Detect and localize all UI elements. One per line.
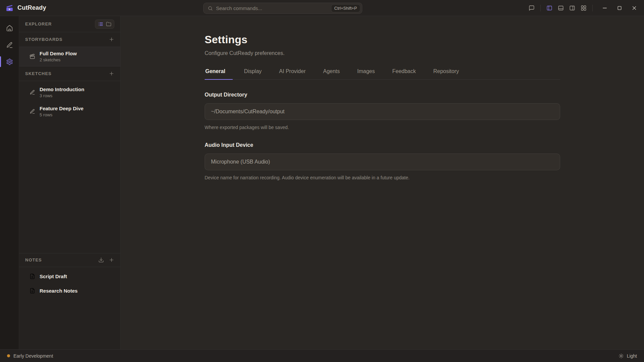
command-search[interactable]: Ctrl+Shift+P [203,3,362,14]
search-icon [208,6,213,11]
explorer-view-toggle [95,19,114,29]
list-view-button[interactable] [98,21,103,27]
output-directory-input[interactable] [205,103,560,120]
rail-settings-button[interactable] [0,55,19,68]
close-icon [631,5,637,11]
sketches-label: SKETCHES [25,71,52,76]
tab-feedback[interactable]: Feedback [386,68,422,79]
note-item-research-notes[interactable]: Research Notes [19,284,120,298]
search-input[interactable] [216,5,331,11]
titlebar-divider [540,5,541,11]
import-note-button[interactable] [98,257,104,263]
note-title: Script Draft [40,274,67,279]
app-body: EXPLORER STORYBOARDS [0,16,644,349]
output-directory-label: Output Directory [205,92,560,98]
layout-grid-icon [581,5,587,11]
notes-label: NOTES [25,257,42,262]
clapperboard-icon [30,54,35,59]
panel-right-icon [569,5,575,11]
audio-input-device-help: Device name for narration recording. Aud… [205,175,560,180]
titlebar-divider [592,5,593,11]
tab-ai-provider[interactable]: AI Provider [273,68,312,79]
add-sketch-button[interactable] [109,71,114,76]
pencil-icon [6,42,13,49]
audio-input-device-input[interactable] [205,154,560,170]
maximize-button[interactable] [614,2,625,14]
explorer-header: EXPLORER [19,16,120,32]
sketch-title: Demo Introduction [40,86,84,92]
message-square-icon [529,5,535,11]
gear-icon [6,58,13,65]
notes-section-header: NOTES [19,253,120,267]
notes-actions [98,257,114,263]
storyboard-title: Full Demo Flow [40,51,77,56]
sun-icon [619,353,624,359]
pencil-icon [30,109,35,114]
tab-display[interactable]: Display [238,68,268,79]
add-note-button[interactable] [109,257,114,263]
file-text-icon [30,274,35,279]
storyboards-label: STORYBOARDS [25,37,62,42]
theme-toggle-button[interactable]: Light [619,353,637,359]
sketch-item-demo-introduction[interactable]: Demo Introduction 3 rows [19,83,120,102]
add-storyboard-button[interactable] [109,37,114,42]
plus-icon [109,257,114,263]
page-subtitle: Configure CutReady preferences. [205,50,560,56]
close-button[interactable] [629,2,640,14]
statusbar: Early Development Light [0,349,644,362]
sidebar-spacer [19,121,120,253]
sketch-title: Feature Deep Dive [40,106,84,111]
feedback-button[interactable] [526,2,537,14]
download-icon [98,257,104,263]
titlebar: CutReady Ctrl+Shift+P [0,0,644,16]
rail-home-button[interactable] [0,21,19,35]
folder-view-button[interactable] [106,21,111,27]
sketch-subtitle: 3 rows [40,93,84,98]
explorer-sidebar: EXPLORER STORYBOARDS [19,16,121,349]
theme-label: Light [627,353,637,359]
note-item-script-draft[interactable]: Script Draft [19,269,120,284]
storyboard-subtitle: 2 sketches [40,57,77,62]
page-title: Settings [205,34,560,46]
file-text-icon [30,288,35,294]
output-directory-field: Output Directory Where exported packages… [205,92,560,130]
status-text: Early Development [13,353,53,359]
activity-rail [0,16,19,349]
tab-images[interactable]: Images [351,68,381,79]
toggle-bottom-panel-button[interactable] [555,2,567,14]
search-shortcut-badge: Ctrl+Shift+P [331,4,360,12]
titlebar-actions [526,2,644,14]
toggle-right-panel-button[interactable] [567,2,578,14]
main-panel: Settings Configure CutReady preferences.… [121,16,644,349]
toggle-left-panel-button[interactable] [544,2,555,14]
minimize-button[interactable] [599,2,610,14]
layout-grid-button[interactable] [578,2,589,14]
panel-left-icon [546,5,552,11]
settings-page: Settings Configure CutReady preferences.… [205,16,560,180]
sketch-item-feature-deep-dive[interactable]: Feature Deep Dive 5 rows [19,102,120,121]
sidebar-spacer [19,298,120,349]
settings-tabs: General Display AI Provider Agents Image… [205,68,560,80]
app-title: CutReady [17,4,46,11]
rail-sketch-button[interactable] [0,38,19,52]
maximize-icon [616,5,623,11]
status-left: Early Development [7,353,53,359]
output-directory-help: Where exported packages will be saved. [205,125,560,130]
sketches-section-header: SKETCHES [19,66,120,81]
audio-input-device-label: Audio Input Device [205,142,560,148]
tab-repository[interactable]: Repository [427,68,465,79]
status-dot [7,354,10,357]
explorer-label: EXPLORER [25,21,52,26]
app-brand: CutReady [0,4,46,12]
storyboard-item-full-demo-flow[interactable]: Full Demo Flow 2 sketches [19,47,120,66]
plus-icon [109,37,114,42]
panel-bottom-icon [558,5,564,11]
plus-icon [109,71,114,76]
clapperboard-logo-icon [5,4,14,12]
audio-input-device-field: Audio Input Device Device name for narra… [205,142,560,180]
tab-general[interactable]: General [205,68,233,79]
list-icon [98,21,103,27]
home-icon [6,25,13,32]
pencil-icon [30,89,35,95]
tab-agents[interactable]: Agents [317,68,346,79]
